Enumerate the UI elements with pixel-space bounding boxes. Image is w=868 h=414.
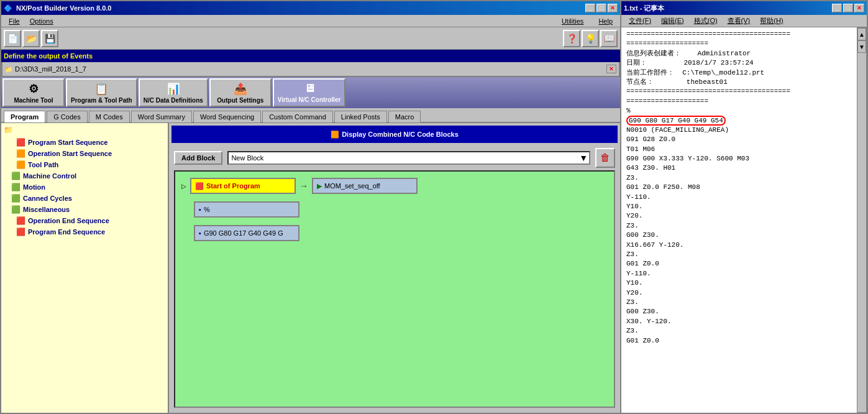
tab-word-sequencing[interactable]: Word Sequencing [193, 111, 261, 122]
tree-item-icon-motion: 🟩 [11, 183, 21, 191]
menu-help[interactable]: Help [593, 16, 618, 26]
nx-close-btn[interactable]: ✕ [608, 4, 618, 12]
content-line: Z3. [626, 298, 639, 306]
tab-program-tool-path[interactable]: 📋 Program & Tool Path [66, 78, 137, 107]
nx-title-controls: _ □ ✕ [585, 4, 618, 12]
content-line: Z3. [626, 251, 639, 258]
nx-menu-bar: File Options Utilities Help [1, 15, 620, 27]
block-percent[interactable]: ▪ % [194, 201, 299, 218]
program-tool-path-icon: 📋 [94, 82, 108, 96]
block-expand-icon[interactable]: ▷ [181, 183, 186, 190]
tab-program-tool-path-label: Program & Tool Path [71, 97, 132, 104]
scrollbar-up-btn[interactable]: ▲ [857, 28, 866, 40]
content-line: G01 Z0.0 [626, 337, 659, 344]
tree-root-icon: 📁 [4, 126, 13, 134]
tab-machine-tool[interactable]: ⚙ Machine Tool [2, 78, 65, 107]
content-line: Y-110. [626, 193, 651, 201]
tab-output-settings-label: Output Settings [217, 97, 263, 104]
add-block-btn[interactable]: Add Block [174, 151, 222, 165]
tab-output-settings[interactable]: 📤 Output Settings [209, 78, 272, 107]
content-line: G43 Z30. H01 [626, 164, 675, 172]
add-block-row: Add Block New Block ▼ 🗑 [169, 145, 620, 170]
notepad-close-btn[interactable]: ✕ [854, 4, 864, 12]
content-line: 日期： 2018/1/7 23:57:24 [626, 59, 754, 67]
notepad-title-controls: _ □ ✕ [832, 4, 864, 12]
doc-title-bar: 📁 D:\3D\3_mill_2018_1_7 ✕ [1, 62, 620, 77]
toolbar-book-btn[interactable]: 📖 [600, 30, 618, 47]
nx-maximize-btn[interactable]: □ [596, 4, 606, 12]
tab-word-summary[interactable]: Word Summary [131, 111, 192, 122]
menu-options[interactable]: Options [25, 16, 58, 26]
tree-item-operation-end[interactable]: 🟥 Operation End Sequence [16, 215, 165, 226]
toolbar-save-btn[interactable]: 💾 [41, 30, 58, 47]
scrollbar-down-btn[interactable]: ▼ [857, 40, 866, 53]
notepad-minimize-btn[interactable]: _ [832, 4, 842, 12]
tab-nc-data[interactable]: 📊 N/C Data Definitions [139, 78, 208, 107]
tree-panel: 📁 🟥 Program Start Sequence 🟧 Operation S… [1, 123, 169, 413]
tree-item-label-miscellaneous: Miscellaneous [23, 206, 70, 213]
toolbar-new-btn[interactable]: 📄 [4, 30, 21, 47]
notepad-content[interactable]: ========================================… [621, 27, 857, 413]
toolbar-open-btn[interactable]: 📂 [22, 30, 40, 47]
tree-item-tool-path[interactable]: 🟧 Tool Path [16, 159, 165, 170]
ribbon-tabs: ⚙ Machine Tool 📋 Program & Tool Path 📊 N… [1, 77, 620, 108]
tree-item-program-start[interactable]: 🟥 Program Start Sequence [16, 137, 165, 148]
nx-minimize-btn[interactable]: _ [585, 4, 595, 12]
tree-item-icon-machine-control: 🟩 [11, 172, 21, 180]
doc-close-btn[interactable]: ✕ [606, 65, 616, 73]
notepad-menu: 文件(F) 编辑(E) 格式(O) 查看(V) 帮助(H) [621, 15, 867, 27]
notepad-menu-format[interactable]: 格式(O) [689, 15, 723, 27]
tab-linked-posts[interactable]: Linked Posts [334, 111, 387, 122]
block-percent-icon: ▪ [199, 206, 201, 213]
blocks-area: ▷ 🟥 Start of Program → ▶ MOM_set_seq_off… [174, 170, 615, 408]
content-line: Z3. [626, 222, 639, 229]
toolbar-help-btn[interactable]: ❓ [563, 30, 580, 47]
tab-gcodes[interactable]: G Codes [47, 111, 87, 122]
nx-status-text: Define the output of Events [4, 52, 93, 60]
tab-mcodes[interactable]: M Codes [89, 111, 130, 122]
toolbar-tip-btn[interactable]: 💡 [582, 30, 599, 47]
delete-block-btn[interactable]: 🗑 [595, 148, 615, 168]
work-panel: 🟧 Display Combined N/C Code Blocks Add B… [169, 123, 620, 413]
tree-item-icon-program-start: 🟥 [16, 138, 25, 147]
tree-item-label-tool-path: Tool Path [28, 161, 58, 168]
tab-virtual-nc[interactable]: 🖥 Virtual N/C Controller [273, 78, 346, 107]
notepad-scrollbar[interactable]: ▲ ▼ [857, 27, 867, 413]
block-mom-label: MOM_set_seq_off [324, 182, 380, 190]
block-start-program[interactable]: 🟥 Start of Program [190, 178, 296, 194]
menu-file[interactable]: File [4, 16, 25, 26]
delete-icon: 🗑 [600, 152, 610, 163]
machine-tool-icon: ⚙ [29, 82, 39, 96]
block-mom-seq[interactable]: ▶ MOM_set_seq_off [312, 178, 418, 194]
tree-item-operation-start[interactable]: 🟧 Operation Start Sequence [16, 148, 165, 159]
block-gcode[interactable]: ▪ G90 G80 G17 G40 G49 G [194, 225, 299, 241]
tree-item-canned-cycles[interactable]: 🟩 Canned Cycles [11, 193, 165, 204]
content-line: G00 Z30. [626, 231, 659, 239]
tab-custom-command[interactable]: Custom Command [262, 111, 333, 122]
content-line: % [626, 107, 631, 114]
content-line: Z3. [626, 174, 639, 182]
nx-status-bar: Define the output of Events [1, 50, 620, 62]
notepad-menu-file[interactable]: 文件(F) [624, 15, 656, 27]
content-line: T01 M06 [626, 145, 655, 153]
tree-item-machine-control[interactable]: 🟩 Machine Control [11, 170, 165, 182]
block-start-label: Start of Program [206, 182, 260, 190]
new-block-dropdown[interactable]: New Block ▼ [227, 151, 590, 165]
toolbar-right: ❓ 💡 📖 [563, 30, 618, 47]
menu-utilities[interactable]: Utilities [557, 16, 588, 26]
combined-bar-icon: 🟧 [331, 131, 339, 139]
tree-item-program-end[interactable]: 🟥 Program End Sequence [16, 226, 165, 237]
content-line: ==================== [626, 98, 708, 105]
content-line: 信息列表创建者： Administrator [626, 50, 751, 57]
tab-program[interactable]: Program [4, 111, 45, 122]
notepad-menu-view[interactable]: 查看(V) [723, 15, 756, 27]
combined-bar-label: Display Combined N/C Code Blocks [342, 131, 459, 138]
tree-item-miscellaneous[interactable]: 🟩 Miscellaneous [11, 204, 165, 215]
notepad-menu-help[interactable]: 帮助(H) [755, 15, 788, 27]
notepad-menu-edit[interactable]: 编辑(E) [656, 15, 689, 27]
tree-item-motion[interactable]: 🟩 Motion [11, 182, 165, 193]
notepad-maximize-btn[interactable]: □ [843, 4, 853, 12]
block-row-gcode: ▪ G90 G80 G17 G40 G49 G [194, 225, 608, 241]
tab-macro[interactable]: Macro [388, 111, 421, 122]
content-line: X30. Y-120. [626, 318, 672, 325]
